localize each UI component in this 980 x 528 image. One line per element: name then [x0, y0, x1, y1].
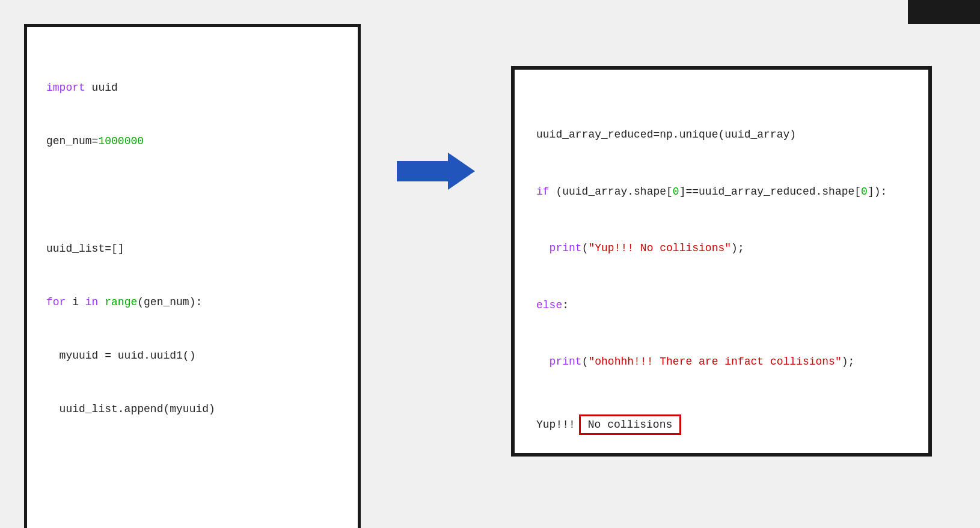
code-line-6: uuid_list.append(myuuid) — [46, 401, 338, 419]
code-line-4: for i in range(gen_num): — [46, 294, 338, 312]
left-code-block: import uuid gen_num=1000000 uuid_list=[]… — [46, 44, 338, 528]
code-text: ); — [731, 242, 744, 254]
code-text: myuuid = uuid.uuid1() — [46, 350, 195, 362]
code-text: ]==uuid_array_reduced.shape[ — [679, 186, 861, 198]
code-text: : — [562, 299, 569, 311]
code-line-3: uuid_list=[] — [46, 240, 338, 258]
right-line-4: else: — [536, 296, 907, 315]
code-text: ( — [582, 356, 589, 368]
keyword-if: if — [536, 186, 550, 198]
keyword-print-3: print — [550, 356, 582, 368]
code-text: (gen_num): — [137, 296, 202, 308]
keyword-for: for — [46, 296, 66, 308]
right-code-panel: uuid_array_reduced=np.unique(uuid_array)… — [511, 66, 932, 457]
code-text: ( — [582, 242, 589, 254]
left-code-panel: import uuid gen_num=1000000 uuid_list=[]… — [24, 24, 361, 528]
right-line-5: print("ohohhh!!! There are infact collis… — [536, 353, 907, 372]
no-collisions-text: No collisions — [588, 419, 672, 431]
code-line-2: gen_num=1000000 — [46, 133, 338, 151]
code-text: gen_num= — [46, 135, 98, 147]
code-blank-1 — [46, 187, 338, 205]
number-value: 1000000 — [98, 135, 144, 147]
code-text — [536, 356, 550, 368]
keyword-in: in — [85, 296, 99, 308]
code-text: uuid_list.append(myuuid) — [46, 403, 215, 415]
no-collisions-result: No collisions — [579, 414, 681, 435]
right-code-block: uuid_array_reduced=np.unique(uuid_array)… — [536, 88, 907, 410]
right-line-3: print("Yup!!! No collisions"); — [536, 239, 907, 258]
output-line: Yup!!! No collisions — [536, 414, 907, 435]
string-no-collisions: "Yup!!! No collisions" — [588, 242, 731, 254]
code-text: ); — [842, 356, 855, 368]
direction-arrow — [397, 150, 475, 192]
code-text: uuid — [85, 82, 118, 94]
keyword-import: import — [46, 82, 85, 94]
main-container: import uuid gen_num=1000000 uuid_list=[]… — [0, 0, 980, 528]
top-right-bar — [908, 0, 980, 24]
code-text — [536, 242, 550, 254]
code-text: uuid_list=[] — [46, 243, 124, 255]
code-line-5: myuuid = uuid.uuid1() — [46, 347, 338, 365]
output-prefix-text: Yup!!! — [536, 419, 575, 431]
string-collisions: "ohohhh!!! There are infact collisions" — [588, 356, 841, 368]
builtin-range: range — [105, 296, 137, 308]
svg-marker-0 — [397, 153, 475, 190]
code-text: uuid_array_reduced=np.unique(uuid_array) — [536, 129, 796, 141]
code-text: ]): — [868, 186, 887, 198]
keyword-else: else — [536, 299, 562, 311]
right-line-1: uuid_array_reduced=np.unique(uuid_array) — [536, 126, 907, 145]
code-text — [98, 296, 105, 308]
code-blank-2 — [46, 454, 338, 472]
keyword-print-2: print — [550, 242, 582, 254]
code-blank-3 — [46, 508, 338, 526]
arrow-container — [397, 150, 475, 192]
index-0-b: 0 — [861, 186, 868, 198]
code-text: i — [66, 296, 85, 308]
right-line-2: if (uuid_array.shape[0]==uuid_array_redu… — [536, 183, 907, 202]
code-text: (uuid_array.shape[ — [550, 186, 673, 198]
index-0-a: 0 — [673, 186, 679, 198]
code-line-1: import uuid — [46, 79, 338, 97]
